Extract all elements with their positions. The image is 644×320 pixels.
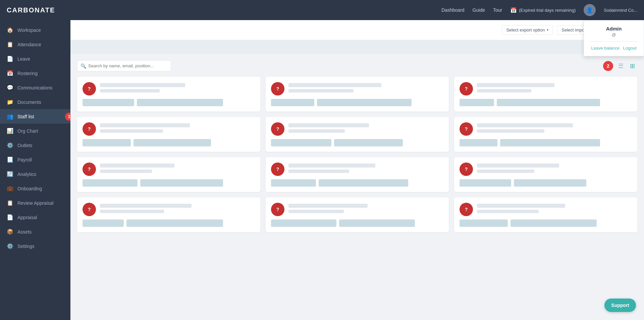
staff-card[interactable]: ? — [266, 197, 449, 232]
sidebar-item-onboarding[interactable]: 💼 Onboarding — [0, 181, 70, 196]
staff-avatar: ? — [460, 163, 473, 176]
staff-detail-bars — [460, 99, 632, 106]
sidebar-label-rostering: Rostering — [17, 71, 38, 76]
sidebar-item-outlets[interactable]: ⚙️ Outlets — [0, 138, 70, 152]
staff-card-header: ? — [460, 122, 632, 136]
user-name-label[interactable]: Sodainmind Co... — [604, 8, 637, 13]
staff-bar-1 — [83, 99, 134, 106]
grid-view-button[interactable]: ⊞ — [627, 61, 637, 71]
sidebar-item-rostering[interactable]: 📅 Rostering — [0, 66, 70, 80]
staff-card[interactable]: ? — [266, 77, 449, 112]
staff-info — [477, 123, 632, 135]
dropdown-links: Leave balance Logout — [589, 41, 638, 51]
staff-bar-1 — [271, 179, 316, 187]
staff-detail-bars — [83, 179, 255, 187]
sidebar-label-onboarding: Onboarding — [17, 186, 42, 191]
sidebar-label-review-appraisal: Review Appraisal — [17, 200, 53, 206]
staff-detail-bars — [460, 219, 632, 227]
sidebar-item-appraisal[interactable]: 📄 Appraisal — [0, 210, 70, 225]
sidebar-item-workspace[interactable]: 🏠 Workspace — [0, 23, 70, 37]
staff-sub-bar — [100, 210, 164, 213]
sidebar-item-assets[interactable]: 📦 Assets — [0, 225, 70, 239]
staff-list-badge: 1 — [65, 113, 70, 121]
staff-name-bar — [477, 164, 559, 168]
staff-bar-2 — [497, 99, 600, 106]
staff-detail-bars — [83, 139, 255, 146]
org-chart-icon: 📊 — [7, 128, 13, 134]
sidebar-item-review-appraisal[interactable]: 📋 Review Appraisal — [0, 196, 70, 210]
staff-grid: ? ? — [77, 77, 637, 232]
logout-link[interactable]: Logout — [623, 46, 637, 51]
rostering-icon: 📅 — [7, 70, 13, 76]
staff-avatar: ? — [271, 122, 284, 136]
sidebar-item-leave[interactable]: 📄 Leave — [0, 52, 70, 66]
onboarding-icon: 💼 — [7, 185, 13, 192]
staff-detail-bars — [271, 179, 443, 187]
staff-bar-1 — [83, 179, 138, 187]
staff-info — [288, 204, 443, 215]
staff-card-header: ? — [271, 82, 443, 95]
staff-bar-1 — [460, 179, 511, 187]
nav-guide[interactable]: Guide — [473, 7, 485, 13]
staff-bar-1 — [271, 139, 331, 146]
sidebar-item-communications[interactable]: 💬 Communications — [0, 80, 70, 95]
staff-info — [100, 83, 255, 94]
search-input[interactable] — [77, 60, 171, 71]
staff-card[interactable]: ? — [266, 157, 449, 192]
staff-card[interactable]: ? — [454, 197, 637, 232]
staff-card[interactable]: ? — [77, 157, 260, 192]
assets-icon: 📦 — [7, 229, 13, 235]
support-button[interactable]: Support — [604, 299, 636, 312]
staff-card[interactable]: ? — [454, 77, 637, 112]
count-badge: 2 — [603, 61, 613, 71]
staff-bar-2 — [133, 139, 211, 146]
staff-name-bar — [100, 123, 190, 127]
sidebar-item-documents[interactable]: 📁 Documents — [0, 95, 70, 109]
sidebar-item-staff-list[interactable]: 👥 Staff list 1 — [0, 109, 70, 124]
sidebar-label-assets: Assets — [17, 229, 32, 235]
staff-avatar: ? — [460, 82, 473, 95]
staff-card[interactable]: ? — [77, 117, 260, 152]
sidebar-item-payroll[interactable]: 📃 Payroll — [0, 152, 70, 167]
staff-sub-bar — [100, 129, 163, 133]
staff-card-header: ? — [271, 163, 443, 176]
sidebar-label-attendance: Attendance — [17, 42, 41, 47]
staff-card-header: ? — [460, 82, 632, 95]
staff-avatar: ? — [271, 163, 284, 176]
staff-sub-bar — [477, 129, 544, 133]
sidebar-label-org-chart: Org Chart — [17, 128, 38, 134]
nav-dashboard[interactable]: Dashboard — [441, 7, 465, 13]
list-view-button[interactable]: ☰ — [616, 61, 626, 71]
sidebar-item-org-chart[interactable]: 📊 Org Chart — [0, 124, 70, 138]
staff-info — [288, 123, 443, 135]
top-navigation: CARBONATE Dashboard Guide Tour 📅 (Expire… — [0, 0, 644, 20]
sidebar-label-staff-list: Staff list — [17, 114, 34, 119]
staff-card[interactable]: ? — [77, 197, 260, 232]
view-controls: ☰ ⊞ — [616, 61, 637, 71]
staff-name-bar — [477, 83, 554, 87]
staff-card[interactable]: ? — [454, 157, 637, 192]
staff-sub-bar — [477, 89, 531, 92]
staff-info — [100, 204, 255, 215]
staff-name-bar — [288, 83, 381, 87]
sidebar-item-settings[interactable]: ⚙️ Settings — [0, 239, 70, 253]
staff-avatar: ? — [83, 163, 96, 176]
staff-name-bar — [288, 164, 375, 168]
staff-card[interactable]: ? — [266, 117, 449, 152]
staff-card[interactable]: ? — [454, 117, 637, 152]
staff-bar-1 — [83, 219, 124, 227]
staff-bar-2 — [140, 179, 223, 187]
sidebar-item-analytics[interactable]: 🔄 Analytics — [0, 167, 70, 181]
export-select[interactable]: Select export option ▾ — [502, 25, 553, 35]
staff-avatar: ? — [271, 203, 284, 216]
app-logo: CARBONATE — [7, 6, 55, 14]
staff-sub-bar — [477, 170, 534, 173]
user-avatar[interactable]: 👤 — [584, 4, 596, 16]
staff-card[interactable]: ? — [77, 77, 260, 112]
staff-info — [477, 204, 632, 215]
sidebar-item-attendance[interactable]: 📋 Attendance — [0, 37, 70, 52]
staff-avatar: ? — [460, 203, 473, 216]
sidebar-label-settings: Settings — [17, 244, 35, 249]
nav-tour[interactable]: Tour — [493, 7, 502, 13]
leave-balance-link[interactable]: Leave balance — [591, 46, 620, 51]
